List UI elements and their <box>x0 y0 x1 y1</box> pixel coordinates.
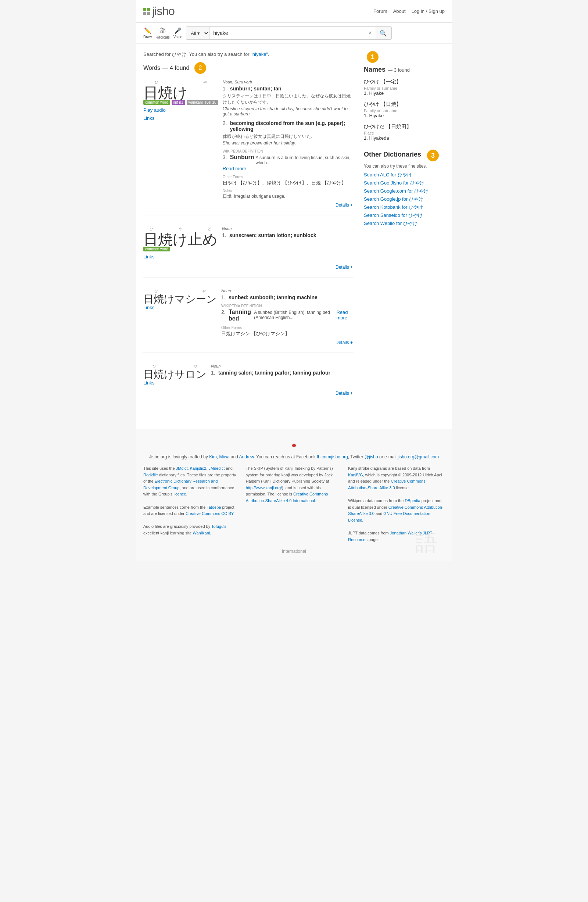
footer-fb[interactable]: fb.com/jisho.org <box>317 454 348 459</box>
details-link-4[interactable]: Details + <box>143 391 353 396</box>
footer-licence[interactable]: licence <box>174 492 186 496</box>
word-left-2: ひやど 日焼け止め common word Links <box>143 226 217 262</box>
word-inline-3: ひや 日焼けマシーン Links Noun 1. sunbed; sunboot… <box>143 288 353 337</box>
other-forms-label-1: Other forms <box>223 175 353 179</box>
word-inline: ひや 日焼け common word jlpt n1 wanikani leve… <box>143 80 353 200</box>
names-count: — 3 found <box>388 67 410 73</box>
search-clear-button[interactable]: × <box>366 30 375 36</box>
def-line-dome-1: 1. sunscreen; suntan lotion; sunblock <box>222 232 353 238</box>
notes-label-1: Notes <box>223 189 353 193</box>
word-right-3: Noun 1. sunbed; sunbooth; tanning machin… <box>221 288 353 337</box>
footer-twitter[interactable]: @jisho <box>364 454 378 459</box>
word-links-salon: Links <box>143 380 206 385</box>
page-wrapper: jisho Forum About Log in / Sign up ✏️ Dr… <box>136 0 452 561</box>
footer-jmnedict[interactable]: JMnedict <box>208 466 225 470</box>
other-forms-text-1: 日やけ 【ひやけ】、陽焼け 【ひやけ】、日焼 【ひやけ】 <box>223 180 353 186</box>
def-text-1: sunburn; suntan; tan <box>230 86 281 91</box>
search-link[interactable]: "hiyake" <box>251 52 268 57</box>
footer-miwa[interactable]: Miwa <box>219 454 229 459</box>
play-audio-link[interactable]: Play audio <box>143 107 166 113</box>
def-item-2: 2. becoming discolored from the sun (e.g… <box>223 120 353 146</box>
footer-bottom: International 語 <box>143 549 445 554</box>
dict-alc[interactable]: Search ALC for ひやけ <box>364 172 445 178</box>
footer-dbpedia[interactable]: DBpedia <box>405 498 420 503</box>
name-jp-3: ひやけだ 【日焼田】 <box>364 124 445 130</box>
name-jp-2: ひやけ 【日焼】 <box>364 101 445 108</box>
footer-radkfile[interactable]: Radkfile <box>143 473 158 477</box>
notes-text-1: 日焼: Irregular okurigana usage. <box>223 193 353 200</box>
footer: Jisho.org is lovingly crafted by Kim, Mi… <box>136 429 452 561</box>
footer-cc-sa3[interactable]: Creative Commons Attribution-Share Alike… <box>348 479 425 490</box>
nav-forum[interactable]: Forum <box>374 8 387 14</box>
footer-kanjidic[interactable]: Kanjidic2 <box>190 466 206 470</box>
furigana-hiyakedome: ひやど <box>143 226 217 232</box>
links-link-salon[interactable]: Links <box>143 380 154 385</box>
footer-edrdg[interactable]: Electronic Dictionary Research and Devel… <box>143 479 217 490</box>
footer-ccby[interactable]: Creative Commons CC-BY <box>186 511 234 516</box>
read-more-link-machine[interactable]: Read more <box>336 310 353 321</box>
footer-cc-sa4[interactable]: Creative Commons Attribution-ShareAlike … <box>246 492 328 503</box>
word-links2-hiyake: Links <box>143 115 218 121</box>
footer-kanji-org[interactable]: http://www.kanji.org/ <box>246 485 282 490</box>
search-input[interactable] <box>210 30 366 36</box>
word-entry-salon: ひや 日焼けサロン Links Noun 1. tanning salon; t… <box>143 364 353 403</box>
def-item-wiki-1: 3. Sunburn A sunburn is a burn to living… <box>223 154 353 171</box>
def-num-wiki-1: 3. <box>223 154 228 160</box>
example-jp-1: クリスティーンは１日中 日陰にいました。なぜなら彼女は日焼けしたくないからです。 <box>223 93 353 105</box>
dict-sanseido[interactable]: Search Sanseido for ひやけ <box>364 212 445 219</box>
footer-kim[interactable]: Kim <box>209 454 217 459</box>
voice-button[interactable]: 🎤 Voice <box>174 27 182 39</box>
name-entry-2: ひやけ 【日焼】 Family or surname 1. Hiyake <box>364 101 445 118</box>
footer-email[interactable]: jisho.org@gmail.com <box>398 454 439 459</box>
search-submit-button[interactable]: 🔍 <box>375 27 391 39</box>
draw-label: Draw <box>143 35 152 39</box>
draw-button[interactable]: ✏️ Draw <box>143 27 152 39</box>
dict-kotobank[interactable]: Search Kotobank for ひやけ <box>364 204 445 211</box>
links-link-hiyake[interactable]: Links <box>143 116 154 121</box>
def-num-1: 1. <box>223 86 228 91</box>
badge-wanikani: wanikani level 18 <box>187 100 218 105</box>
nav-login[interactable]: Log in / Sign up <box>411 8 445 14</box>
nav-about[interactable]: About <box>393 8 406 14</box>
def-text-dome-1: sunscreen; suntan lotion; sunblock <box>229 232 316 238</box>
other-forms-label-machine: Other forms <box>221 326 353 330</box>
def-line-2: 2. becoming discolored from the sun (e.g… <box>223 120 353 132</box>
example-jp-2: 休暇が終わると彼女は真黒に日焼けしていた。 <box>223 133 353 140</box>
def-num-wiki-machine: 2. <box>221 309 227 315</box>
other-dicts-heading: Other Dictionaries <box>364 151 421 158</box>
other-forms-text-machine: 日焼けマシン 【ひやけマシン】 <box>221 330 353 337</box>
radicals-label: Radicals <box>155 35 169 39</box>
details-link-3[interactable]: Details + <box>143 340 353 345</box>
dict-googlecom[interactable]: Search Google.com for ひやけ <box>364 188 445 194</box>
name-en-3: 1. Hiyakeda <box>364 135 445 141</box>
links-link-machine[interactable]: Links <box>143 305 154 310</box>
dict-googlejp[interactable]: Search Google.jp for ひやけ <box>364 196 445 202</box>
footer-kanjivg[interactable]: KanjiVG <box>348 473 363 477</box>
def-text-2: becoming discolored from the sun (e.g. p… <box>230 120 353 132</box>
logo-squares <box>143 8 150 15</box>
radicals-icon: 部 <box>160 27 166 34</box>
details-link-1[interactable]: Details + <box>143 202 353 208</box>
details-link-2[interactable]: Details + <box>143 265 353 270</box>
read-more-link-1[interactable]: Read more <box>223 166 246 171</box>
radicals-button[interactable]: 部 Radicals <box>155 27 169 39</box>
footer-wanikani[interactable]: WaniKani <box>193 531 210 535</box>
footer-andrew[interactable]: Andrew <box>239 454 254 459</box>
def-item-1: 1. sunburn; suntan; tan クリスティーンは１日中 日陰にい… <box>223 86 353 116</box>
pos-salon: Noun <box>211 364 353 368</box>
dict-weblio[interactable]: Search Weblio for ひやけ <box>364 220 445 227</box>
words-count: — 4 found <box>163 65 190 71</box>
names-section: 1 Names — 3 found ひやけ 【一宅】 Family or sur… <box>364 51 445 141</box>
def-num-machine-1: 1. <box>221 294 227 300</box>
footer-tofugu[interactable]: Tofugu's <box>211 524 227 529</box>
dict-goo[interactable]: Search Goo Jisho for ひやけ <box>364 180 445 186</box>
example-en-2: She was very brown after her holiday. <box>223 140 353 146</box>
pos-hiyakedome: Noun <box>222 226 353 231</box>
links-link-hiyakedome[interactable]: Links <box>143 254 154 260</box>
search-mode-select[interactable]: All ▾ <box>186 27 210 39</box>
footer-tatoeba[interactable]: Tatoeba <box>206 505 221 509</box>
footer-jmdict[interactable]: JMdict <box>176 466 188 470</box>
dict-links: Search ALC for ひやけ Search Goo Jisho for … <box>364 172 445 227</box>
def-text-wiki-1: Sunburn <box>230 154 254 161</box>
word-links-hiyake: Play audio <box>143 107 218 113</box>
